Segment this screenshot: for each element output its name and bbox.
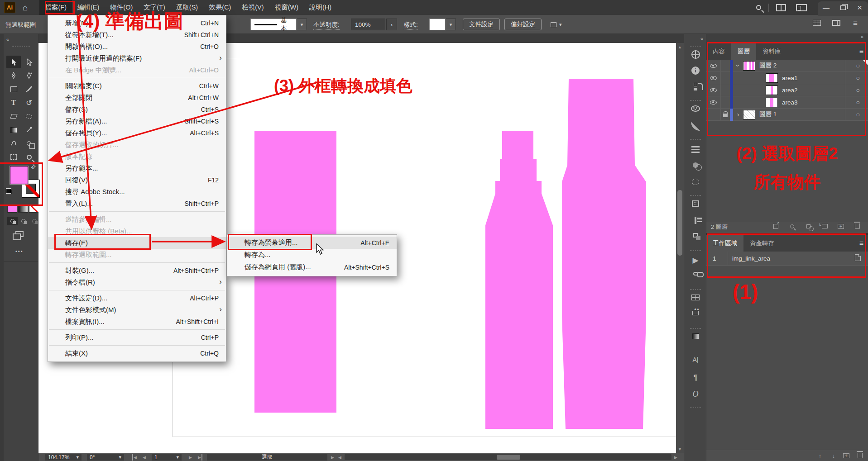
panel-menu-icon[interactable]: ≡ xyxy=(859,43,868,60)
opacity-input[interactable]: 100% xyxy=(351,19,385,30)
home-icon[interactable]: ⌂ xyxy=(23,3,28,13)
document-setup-button[interactable]: 文件設定 xyxy=(463,19,500,30)
layer-thumbnail[interactable] xyxy=(766,86,778,95)
style-chevron[interactable]: ▾ xyxy=(446,19,456,30)
arrange-documents-icon[interactable] xyxy=(796,4,807,11)
status-expand-icon[interactable]: ▶ xyxy=(331,454,334,461)
edit-toolbar-icon[interactable]: ••• xyxy=(15,248,24,254)
rotate-tool[interactable]: ↺ xyxy=(22,96,36,109)
target-circle-icon[interactable]: ○ xyxy=(856,99,860,106)
align-options-dropdown[interactable]: ▾ xyxy=(547,19,568,30)
next-artboard-button[interactable]: ▶ xyxy=(189,454,192,461)
zoom-tool[interactable] xyxy=(22,151,36,163)
opacity-expand-button[interactable]: › xyxy=(386,19,397,30)
menu-object[interactable]: 物件(O) xyxy=(105,0,138,15)
menu-file[interactable]: 檔案(F) xyxy=(39,0,72,15)
expand-chevron-icon[interactable]: › xyxy=(733,111,743,118)
layer-row-layer1[interactable]: › 圖層 1 ○ xyxy=(706,109,868,121)
horizontal-scrollbar[interactable] xyxy=(345,454,671,460)
menu-item-open[interactable]: 開啟舊檔(O)...Ctrl+O xyxy=(48,41,226,52)
menu-item-new[interactable]: 新增(N)...Ctrl+N xyxy=(48,17,226,29)
clipping-mask-icon[interactable] xyxy=(802,221,814,231)
draw-normal-mode[interactable] xyxy=(7,217,18,225)
rotation-dropdown[interactable]: 0° ▾ xyxy=(87,454,124,461)
new-sublayer-icon[interactable] xyxy=(819,221,830,231)
layer-name[interactable]: 圖層 1 xyxy=(759,110,777,119)
prev-artboard-button[interactable]: ◀ xyxy=(143,454,146,461)
vertical-scrollbar[interactable]: ▲ ▼ xyxy=(676,43,684,453)
transparency-panel-icon[interactable] xyxy=(684,162,707,168)
menu-edit[interactable]: 編輯(E) xyxy=(72,0,105,15)
lock-cell[interactable] xyxy=(721,96,730,109)
target-circle-icon[interactable]: ○ xyxy=(856,74,860,81)
eraser-tool[interactable] xyxy=(6,110,21,123)
layer-thumbnail[interactable] xyxy=(766,73,778,83)
none-button[interactable] xyxy=(29,205,39,213)
grid-options-icon[interactable] xyxy=(813,20,821,27)
menu-type[interactable]: 文字(T) xyxy=(138,0,171,15)
menu-item-export[interactable]: 轉存(E)› xyxy=(48,237,226,249)
panel-grip[interactable] xyxy=(12,46,30,47)
hscroll-left-icon[interactable]: ◀ xyxy=(338,454,341,461)
menu-item-document-setup[interactable]: 文件設定(D)...Alt+Ctrl+P xyxy=(48,292,226,304)
first-artboard-button[interactable]: ◀ xyxy=(132,454,137,461)
tab-properties[interactable]: 內容 xyxy=(706,43,731,60)
menu-item-open-recent[interactable]: 打開最近使用過的檔案(F)› xyxy=(48,52,226,64)
visibility-eye-icon[interactable] xyxy=(706,96,721,109)
menu-item-save-a-copy[interactable]: 儲存拷貝(Y)...Alt+Ctrl+S xyxy=(48,127,226,139)
panel-layout-icon[interactable] xyxy=(832,20,840,27)
menu-item-save-for-web-legacy[interactable]: 儲存為網頁用 (舊版)...Alt+Shift+Ctrl+S xyxy=(227,261,397,273)
target-circle-icon[interactable]: ○ xyxy=(856,111,860,118)
lock-cell[interactable] xyxy=(721,60,730,72)
visibility-eye-icon[interactable] xyxy=(706,72,721,84)
status-indicator[interactable]: 選取 xyxy=(207,454,327,461)
menu-effect[interactable]: 效果(C) xyxy=(203,0,236,15)
menu-item-print[interactable]: 列印(P)...Ctrl+P xyxy=(48,332,226,343)
screen-mode-icon[interactable] xyxy=(15,231,24,237)
menu-item-export-as[interactable]: 轉存為... xyxy=(227,249,397,261)
menu-window[interactable]: 視窗(W) xyxy=(269,0,304,15)
width-tool[interactable] xyxy=(6,137,21,150)
actions-panel-icon[interactable] xyxy=(684,83,707,86)
artboard-shape-area2[interactable] xyxy=(485,131,553,429)
new-layer-icon[interactable]: + xyxy=(835,221,847,231)
swap-fill-stroke-icon[interactable]: ⇄ xyxy=(29,162,37,171)
collapse-tools-icon[interactable]: « xyxy=(6,37,9,42)
last-artboard-button[interactable]: ▶ xyxy=(198,454,202,461)
layer-name[interactable]: 圖層 2 xyxy=(759,62,777,70)
layer-row-area2[interactable]: area2 ○ xyxy=(706,84,868,96)
artboard-page-icon[interactable] xyxy=(855,254,861,262)
artboard-tool[interactable] xyxy=(6,151,21,163)
navigator-panel-icon[interactable] xyxy=(684,50,707,59)
vertical-scroll-thumb[interactable] xyxy=(677,190,682,256)
menu-select[interactable]: 選取(S) xyxy=(171,0,203,15)
artboard-number-dropdown[interactable]: 1 ▾ xyxy=(152,454,182,461)
gradient-panel-icon[interactable] xyxy=(684,179,707,185)
style-swatch[interactable] xyxy=(429,19,446,30)
tab-libraries[interactable]: 資料庫 xyxy=(756,43,787,60)
opacity-label[interactable]: 不透明度: xyxy=(313,21,340,30)
paragraph-panel-icon[interactable]: ¶ xyxy=(684,373,707,382)
rectangle-tool[interactable] xyxy=(6,83,21,95)
tab-layers[interactable]: 圖層 xyxy=(731,43,756,60)
tab-asset-export[interactable]: 資產轉存 xyxy=(743,235,781,252)
gradient-button[interactable] xyxy=(18,205,28,213)
shape-builder-tool[interactable] xyxy=(22,137,36,150)
visibility-eye-icon[interactable] xyxy=(706,84,721,96)
draw-inside-mode[interactable] xyxy=(29,217,39,225)
target-circle-icon[interactable]: ○ xyxy=(856,86,860,94)
layer-name[interactable]: area3 xyxy=(782,99,798,106)
menu-item-save-as-template[interactable]: 另存範本... xyxy=(48,162,226,174)
preferences-button[interactable]: 偏好設定 xyxy=(504,19,542,30)
minimize-button[interactable]: — xyxy=(818,1,834,14)
menu-item-scripts[interactable]: 指令檔(R)› xyxy=(48,276,226,288)
menu-item-document-color-mode[interactable]: 文件色彩模式(M)› xyxy=(48,304,226,316)
menu-item-package[interactable]: 封裝(G)...Alt+Shift+Ctrl+P xyxy=(48,265,226,276)
scroll-up-icon[interactable]: ▲ xyxy=(676,45,684,49)
type-tool[interactable]: T xyxy=(6,96,21,109)
layer-row-layer2[interactable]: › 圖層 2 ○ xyxy=(706,60,868,72)
color-panel-icon[interactable] xyxy=(684,105,707,112)
selection-tool[interactable] xyxy=(6,56,21,68)
stroke-panel-icon[interactable] xyxy=(684,146,707,153)
restore-button[interactable] xyxy=(834,1,851,14)
